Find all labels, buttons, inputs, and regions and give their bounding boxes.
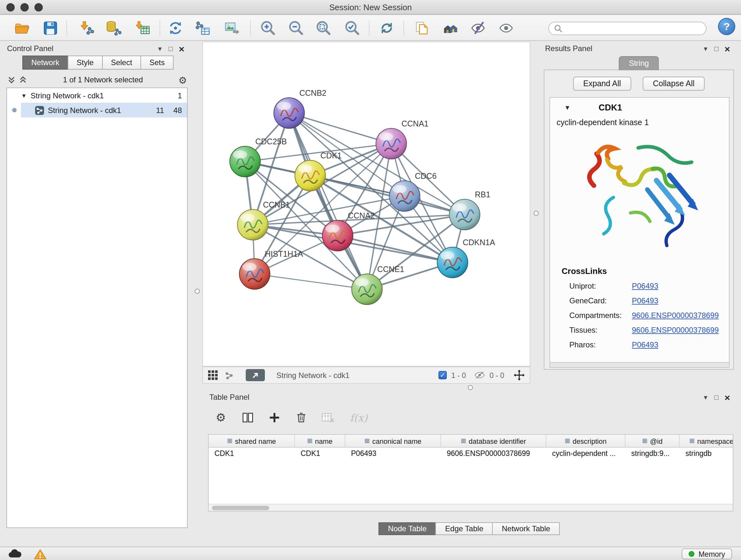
panel-menu-icon[interactable]: ▾ (700, 43, 711, 54)
crosslink-value-link[interactable]: P06493 (632, 340, 658, 349)
table-column-header[interactable]: ▦namespace (680, 435, 733, 447)
hide-graphics-details-button[interactable] (468, 18, 488, 38)
network-node[interactable] (230, 146, 260, 177)
node-table[interactable]: ▦shared name▦name▦canonical name▦databas… (208, 434, 733, 511)
zoom-out-button[interactable] (286, 18, 306, 38)
network-node[interactable] (238, 209, 268, 240)
network-edge[interactable] (289, 113, 391, 144)
network-edge[interactable] (289, 113, 367, 289)
open-file-button[interactable] (13, 18, 32, 38)
crosslink-value-link[interactable]: 9606.ENSP00000378699 (632, 311, 719, 320)
crosslink-value-link[interactable]: P06493 (632, 296, 658, 305)
right-splitter-handle[interactable] (534, 211, 539, 216)
share-network-icon[interactable] (224, 370, 234, 380)
table-column-header[interactable]: ▦name (295, 435, 345, 447)
selected-nodes-icon[interactable]: ✓ (439, 371, 447, 379)
move-crosshair-icon[interactable] (514, 370, 525, 381)
cloud-status-button[interactable] (6, 548, 23, 560)
network-edge[interactable] (338, 236, 453, 262)
horizontal-scrollbar[interactable] (209, 504, 733, 511)
network-collection-row[interactable]: ▼ String Network - cdk1 1 (7, 88, 187, 103)
table-column-header[interactable]: ▦shared name (209, 435, 295, 447)
protein-card-header[interactable]: ▼ CDK1 (550, 98, 729, 117)
tab-edge-table[interactable]: Edge Table (435, 522, 493, 535)
save-session-button[interactable] (41, 18, 60, 38)
warnings-button[interactable] (32, 548, 49, 560)
control-panel-tab-sets[interactable]: Sets (140, 56, 174, 70)
new-network-button[interactable] (166, 18, 185, 38)
search-input[interactable] (565, 24, 701, 33)
table-cell[interactable]: stringdb:9... (625, 448, 680, 460)
panel-float-icon[interactable]: □ (165, 43, 176, 54)
network-row[interactable]: String Network - cdk1 11 48 (7, 103, 187, 118)
table-cell[interactable]: cyclin-dependent ... (546, 448, 625, 460)
zoom-selected-button[interactable] (343, 18, 362, 38)
panel-float-icon[interactable]: □ (711, 392, 722, 402)
gear-icon[interactable]: ⚙ (179, 75, 187, 84)
birds-eye-view-icon[interactable] (208, 370, 218, 380)
table-cell[interactable]: CDK1 (209, 448, 295, 460)
table-cell[interactable]: stringdb (680, 448, 733, 460)
control-panel-tab-select[interactable]: Select (102, 56, 141, 70)
expand-all-button[interactable]: Expand All (573, 77, 631, 91)
panel-menu-icon[interactable]: ▾ (700, 392, 711, 402)
collapse-all-tree-icon[interactable] (18, 75, 27, 84)
network-node[interactable] (352, 274, 382, 305)
table-cell[interactable]: CDK1 (295, 448, 345, 460)
hidden-elements-icon[interactable] (474, 371, 485, 379)
network-edge[interactable] (310, 176, 465, 214)
expand-all-tree-icon[interactable] (7, 75, 16, 84)
open-in-window-button[interactable] (246, 369, 265, 381)
import-table-file-button[interactable] (133, 18, 152, 38)
network-node[interactable] (322, 220, 353, 251)
import-network-database-button[interactable] (104, 18, 123, 38)
network-node[interactable] (389, 181, 420, 211)
crosslink-value-link[interactable]: P06493 (632, 281, 658, 290)
bottom-splitter-handle[interactable] (468, 385, 473, 390)
tree-expand-icon[interactable]: ▼ (21, 92, 27, 99)
help-button[interactable]: ? (718, 18, 735, 35)
new-network-from-table-button[interactable] (193, 18, 212, 38)
network-node[interactable] (274, 98, 305, 128)
crosslink-value-link[interactable]: 9606.ENSP00000378699 (632, 325, 719, 334)
control-panel-tab-network[interactable]: Network (22, 56, 68, 70)
collapse-section-icon[interactable]: ▼ (564, 104, 570, 111)
left-splitter-handle[interactable] (195, 289, 200, 294)
panel-close-icon[interactable]: × (176, 43, 187, 54)
function-builder-button[interactable]: f(x) (348, 411, 369, 425)
welcome-screen-button[interactable] (441, 18, 460, 38)
show-columns-button[interactable] (241, 411, 255, 425)
network-node[interactable] (239, 259, 270, 289)
table-cell[interactable]: P06493 (345, 448, 441, 460)
import-network-file-button[interactable] (77, 18, 96, 38)
table-settings-button[interactable]: ⚙ (214, 411, 228, 425)
network-edge[interactable] (255, 274, 367, 289)
next-section-divider[interactable] (550, 362, 729, 367)
table-row[interactable]: CDK1CDK1P064939606.ENSP00000378699cyclin… (209, 448, 733, 460)
network-canvas[interactable]: CCNB2CCNA1CDC25BCDK1CDC6RB1CCNB1CCNA2CDK… (202, 42, 530, 367)
show-graphics-details-button[interactable] (496, 18, 516, 38)
table-column-header[interactable]: ▦description (546, 435, 625, 447)
table-column-header[interactable]: ▦@id (625, 435, 680, 447)
tab-string[interactable]: String (619, 56, 659, 70)
zoom-in-button[interactable] (259, 18, 278, 38)
network-node[interactable] (376, 128, 407, 159)
panel-close-icon[interactable]: × (722, 43, 733, 54)
delete-column-button[interactable] (294, 411, 308, 425)
tab-network-table[interactable]: Network Table (492, 522, 560, 535)
export-image-button[interactable] (222, 18, 241, 38)
delete-table-button[interactable] (321, 411, 335, 425)
control-panel-tab-style[interactable]: Style (68, 56, 103, 70)
export-network-button[interactable] (412, 18, 431, 38)
panel-float-icon[interactable]: □ (711, 43, 722, 54)
apply-preferred-layout-button[interactable] (377, 18, 396, 38)
table-column-header[interactable]: ▦canonical name (345, 435, 441, 447)
tab-node-table[interactable]: Node Table (379, 522, 436, 535)
table-cell[interactable]: 9606.ENSP00000378699 (441, 448, 546, 460)
panel-menu-icon[interactable]: ▾ (154, 43, 165, 54)
collapse-all-button[interactable]: Collapse All (643, 77, 705, 91)
panel-close-icon[interactable]: × (722, 392, 733, 402)
network-node[interactable] (449, 199, 480, 230)
network-node[interactable] (437, 247, 468, 278)
network-node[interactable] (295, 160, 326, 191)
